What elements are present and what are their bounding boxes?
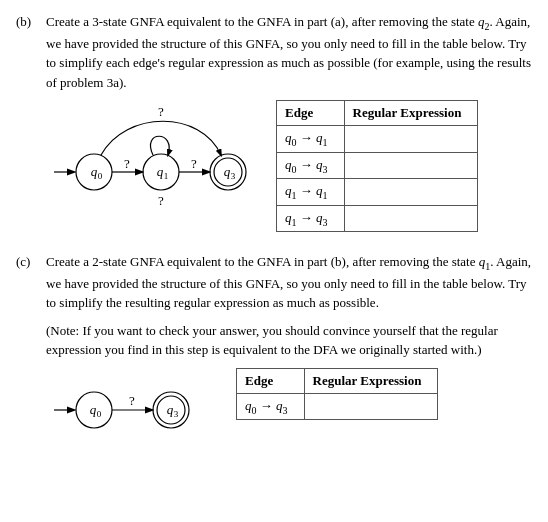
table-b-expr-3 [344, 179, 478, 206]
svg-text:3: 3 [231, 171, 236, 181]
table-c-edge-1: q0 → q3 [237, 393, 305, 420]
svg-text:?: ? [191, 156, 197, 171]
section-c-label: (c) [16, 252, 38, 313]
table-b-expr-4 [344, 205, 478, 232]
section-c-header: (c) Create a 2-state GNFA equivalent to … [16, 252, 532, 313]
table-c-container: Edge Regular Expression q0 → q3 [236, 368, 438, 421]
table-c: Edge Regular Expression q0 → q3 [236, 368, 438, 421]
diagram-c-svg: q 0 ? q 3 [46, 368, 216, 448]
svg-text:q: q [157, 164, 164, 179]
svg-text:q: q [167, 402, 174, 417]
svg-text:?: ? [158, 193, 164, 208]
svg-text:3: 3 [174, 409, 179, 419]
table-b-expr-2 [344, 152, 478, 179]
table-row: q1 → q1 [277, 179, 478, 206]
table-b-container: Edge Regular Expression q0 → q1 q0 → q3 [276, 100, 478, 232]
svg-text:0: 0 [98, 171, 103, 181]
section-b-text: Create a 3-state GNFA equivalent to the … [46, 12, 532, 92]
table-row: q0 → q3 [237, 393, 438, 420]
section-b-label: (b) [16, 12, 38, 92]
table-c-col1: Edge [237, 368, 305, 393]
table-b-edge-2: q0 → q3 [277, 152, 345, 179]
svg-text:q: q [91, 164, 98, 179]
table-b-expr-1 [344, 126, 478, 153]
svg-text:?: ? [129, 393, 135, 408]
section-c-content: q 0 ? q 3 Edge Regular Expression [16, 368, 532, 452]
table-b-col2: Regular Expression [344, 101, 478, 126]
svg-text:?: ? [158, 104, 164, 119]
table-c-col2: Regular Expression [304, 368, 438, 393]
table-b-edge-1: q0 → q1 [277, 126, 345, 153]
diagram-c: q 0 ? q 3 [46, 368, 216, 452]
svg-text:?: ? [124, 156, 130, 171]
table-b-edge-4: q1 → q3 [277, 205, 345, 232]
section-c: (c) Create a 2-state GNFA equivalent to … [16, 252, 532, 452]
section-c-note: (Note: If you want to check your answer,… [16, 321, 532, 360]
table-row: q0 → q1 [277, 126, 478, 153]
table-b: Edge Regular Expression q0 → q1 q0 → q3 [276, 100, 478, 232]
svg-text:q: q [224, 164, 231, 179]
diagram-b: q 0 ? q 1 ? q 3 [46, 100, 256, 234]
svg-text:q: q [90, 402, 97, 417]
section-b-content: q 0 ? q 1 ? q 3 [16, 100, 532, 234]
table-b-col1: Edge [277, 101, 345, 126]
table-b-edge-3: q1 → q1 [277, 179, 345, 206]
svg-text:1: 1 [164, 171, 169, 181]
svg-text:0: 0 [97, 409, 102, 419]
table-row: q0 → q3 [277, 152, 478, 179]
section-b: (b) Create a 3-state GNFA equivalent to … [16, 12, 532, 234]
section-c-text: Create a 2-state GNFA equivalent to the … [46, 252, 532, 313]
diagram-b-svg: q 0 ? q 1 ? q 3 [46, 100, 256, 230]
table-row: q1 → q3 [277, 205, 478, 232]
table-c-expr-1 [304, 393, 438, 420]
section-b-header: (b) Create a 3-state GNFA equivalent to … [16, 12, 532, 92]
